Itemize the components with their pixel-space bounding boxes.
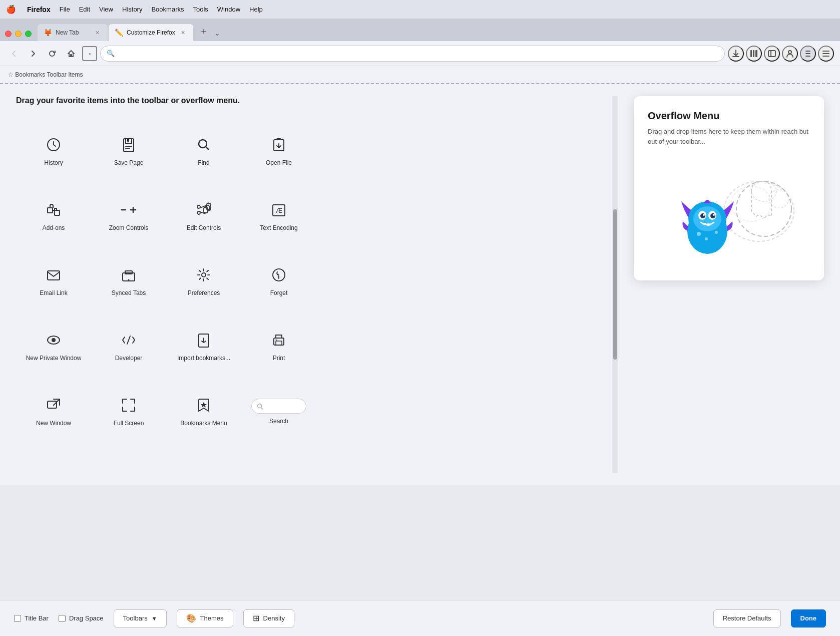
items-panel: Drag your favorite items into the toolba… [16, 96, 596, 473]
grid-item-synced-tabs[interactable]: Synced Tabs [91, 249, 166, 314]
svg-rect-51 [707, 223, 710, 226]
svg-point-37 [724, 181, 794, 241]
svg-rect-11 [48, 208, 53, 213]
tab-customize[interactable]: ✏️ Customize Firefox ✕ [109, 24, 193, 41]
private-window-icon [46, 332, 62, 351]
downloads-button[interactable] [728, 46, 744, 62]
forget-icon [271, 267, 287, 285]
grid-item-full-screen[interactable]: Full Screen [91, 380, 166, 445]
svg-point-36 [258, 404, 262, 408]
toolbars-button[interactable]: Toolbars ▼ [114, 609, 167, 627]
scroll-thumb[interactable] [613, 209, 617, 360]
app-name: Firefox [27, 6, 51, 14]
title-bar-input[interactable] [14, 615, 21, 622]
grid-item-find[interactable]: Find [166, 119, 241, 184]
import-bookmarks-label: Import bookmarks... [177, 355, 230, 363]
tab-close-newtab[interactable]: ✕ [93, 29, 102, 37]
menu-view[interactable]: View [99, 6, 113, 13]
library-button[interactable] [746, 46, 762, 62]
bookmarks-toolbar: ☆ Bookmarks Toolbar Items [0, 66, 840, 84]
grid-item-bookmarks-menu[interactable]: Bookmarks Menu [166, 380, 241, 445]
svg-point-46 [700, 213, 705, 218]
text-encoding-label: Text Encoding [260, 224, 297, 232]
tab-list-button[interactable]: ⌄ [214, 29, 220, 41]
grid-item-new-window[interactable]: New Window [16, 380, 91, 445]
menu-window[interactable]: Window [217, 6, 240, 13]
grid-item-preferences[interactable]: Preferences [166, 249, 241, 314]
menu-history[interactable]: History [122, 6, 142, 13]
zoom-controls-label: Zoom Controls [109, 224, 149, 232]
toolbars-label: Toolbars [123, 614, 148, 622]
new-window-label: New Window [36, 420, 71, 428]
email-link-icon [46, 267, 62, 285]
tab-close-customize[interactable]: ✕ [179, 29, 187, 37]
sidepanel-button[interactable] [764, 46, 780, 62]
grid-item-open-file[interactable]: Open File [241, 119, 316, 184]
svg-point-39 [751, 181, 776, 201]
svg-rect-35 [48, 401, 57, 408]
menu-bookmarks[interactable]: Bookmarks [151, 6, 184, 13]
tab-bar: 🦊 New Tab ✕ ✏️ Customize Firefox ✕ ＋ ⌄ [0, 19, 840, 41]
grid-item-addons[interactable]: Add-ons [16, 184, 91, 249]
menu-button[interactable] [818, 46, 834, 62]
window-controls [5, 31, 32, 41]
grid-item-import-bookmarks[interactable]: Import bookmarks... [166, 314, 241, 380]
density-button[interactable]: ⊞ Density [243, 609, 294, 627]
import-bookmarks-icon [196, 332, 212, 351]
apple-menu[interactable]: 🍎 [6, 5, 16, 14]
overflow-illustration[interactable] [648, 156, 810, 266]
menu-help[interactable]: Help [249, 6, 263, 13]
full-screen-label: Full Screen [114, 420, 144, 428]
synced-tabs-label: Synced Tabs [112, 289, 146, 297]
svg-point-49 [713, 214, 715, 216]
preferences-icon [196, 267, 212, 285]
edit-controls-icon [195, 202, 213, 220]
overflow-button[interactable] [800, 46, 816, 62]
save-page-icon [121, 137, 137, 155]
grid-item-search[interactable]: Search [241, 380, 316, 445]
account-button[interactable] [782, 46, 798, 62]
grid-item-forget[interactable]: Forget [241, 249, 316, 314]
window-maximize-button[interactable] [25, 31, 32, 37]
home-button[interactable] [63, 46, 79, 62]
grid-item-save-page[interactable]: Save Page [91, 119, 166, 184]
search-box-display [251, 399, 306, 414]
grid-item-email-link[interactable]: Email Link [16, 249, 91, 314]
menu-tools[interactable]: Tools [193, 6, 208, 13]
drag-space-checkbox[interactable]: Drag Space [59, 614, 104, 622]
done-label: Done [800, 614, 817, 622]
grid-item-print[interactable]: Print [241, 314, 316, 380]
back-button[interactable] [6, 46, 22, 62]
grid-item-zoom-controls[interactable]: Zoom Controls [91, 184, 166, 249]
svg-point-16 [197, 205, 200, 208]
restore-defaults-button[interactable]: Restore Defaults [713, 609, 781, 627]
grid-item-history[interactable]: History [16, 119, 91, 184]
history-label: History [44, 159, 63, 167]
tab-newtab[interactable]: 🦊 New Tab ✕ [38, 24, 108, 41]
overflow-description: Drag and drop items here to keep them wi… [648, 127, 810, 146]
mascot-svg [654, 161, 804, 261]
address-bar[interactable]: 🔍 [100, 46, 725, 62]
drag-space-input[interactable] [59, 615, 66, 622]
forward-button[interactable] [25, 46, 41, 62]
menu-file[interactable]: File [60, 6, 70, 13]
full-screen-icon [121, 397, 137, 416]
window-close-button[interactable] [5, 31, 12, 37]
svg-rect-8 [127, 139, 129, 142]
title-bar-checkbox[interactable]: Title Bar [14, 614, 49, 622]
grid-item-private-window[interactable]: New Private Window [16, 314, 91, 380]
themes-button[interactable]: 🎨 Themes [177, 609, 233, 627]
menu-edit[interactable]: Edit [79, 6, 90, 13]
toolbar: ▪ 🔍 [0, 41, 840, 66]
svg-rect-1 [753, 50, 754, 57]
tab-label-customize: Customize Firefox [127, 29, 175, 36]
grid-item-developer[interactable]: Developer [91, 314, 166, 380]
reload-button[interactable] [44, 46, 60, 62]
toolbars-arrow: ▼ [152, 615, 157, 621]
new-tab-button[interactable]: ＋ [194, 25, 213, 41]
window-minimize-button[interactable] [15, 31, 22, 37]
done-button[interactable]: Done [791, 609, 826, 627]
scrollbar[interactable] [612, 96, 618, 473]
grid-item-text-encoding[interactable]: Æ Text Encoding [241, 184, 316, 249]
grid-item-edit-controls[interactable]: Edit Controls [166, 184, 241, 249]
